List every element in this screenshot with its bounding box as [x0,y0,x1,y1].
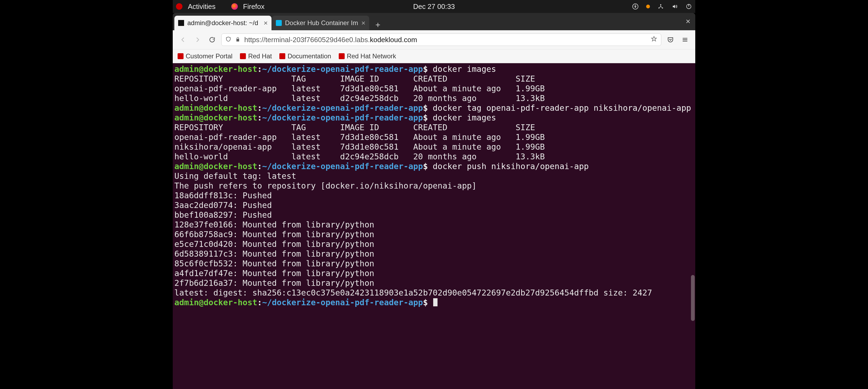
terminal-output-line: e5ce71c0d420: Mounted from library/pytho… [174,239,694,249]
tab-close-icon[interactable]: × [362,19,366,27]
tracking-shield-icon[interactable] [225,36,231,44]
network-icon[interactable] [657,3,664,10]
terminal-line: admin@docker-host:~/dockerize-openai-pdf… [174,64,694,74]
redhat-icon [339,53,345,59]
terminal-scrollbar[interactable] [691,275,695,321]
window-close-icon[interactable]: × [686,17,690,26]
notification-dot-icon[interactable] [646,5,650,8]
terminal-output-line: latest: digest: sha256:c13ec0c375e0a2423… [174,288,694,298]
svg-point-3 [658,7,659,8]
terminal-line: admin@docker-host:~/dockerize-openai-pdf… [174,113,694,123]
terminal-output-line: 6d58389117c3: Mounted from library/pytho… [174,249,694,259]
terminal-output-line: a4fd1e7df47e: Mounted from library/pytho… [174,269,694,278]
gnome-topbar: Activities Firefox Dec 27 00:33 [173,0,695,13]
terminal-favicon-icon [178,20,184,26]
bookmark-documentation[interactable]: Documentation [279,52,331,60]
svg-point-4 [662,7,663,8]
address-bar: https://terminal-203f7660529d46e0.labs.k… [173,30,695,49]
tab-strip: admin@docker-host: ~/d × Docker Hub Cont… [173,13,695,30]
power-icon[interactable] [686,3,692,10]
bookmark-red-hat[interactable]: Red Hat [240,52,272,60]
terminal-output-line: hello-world latest d2c94e258dcb 20 month… [174,93,694,103]
clock[interactable]: Dec 27 00:33 [413,2,455,11]
terminal-line: admin@docker-host:~/dockerize-openai-pdf… [174,103,694,113]
url-field[interactable]: https://terminal-203f7660529d46e0.labs.k… [221,33,661,46]
terminal-output-line: 85c6f0cfb532: Mounted from library/pytho… [174,259,694,269]
tab-terminal[interactable]: admin@docker-host: ~/d × [174,16,272,30]
terminal-output-line: 66f6b8758ac9: Mounted from library/pytho… [174,230,694,239]
tab-title: Docker Hub Container Im [285,19,358,27]
firefox-window: admin@docker-host: ~/d × Docker Hub Cont… [173,13,695,389]
url-text: https://terminal-203f7660529d46e0.labs.k… [244,36,417,44]
redhat-icon [279,53,285,59]
firefox-icon [231,3,238,10]
pocket-button[interactable] [665,34,676,45]
terminal-line: admin@docker-host:~/dockerize-openai-pdf… [174,162,694,171]
tab-title: admin@docker-host: ~/d [187,19,258,27]
terminal-output-line: niksihora/openai-app latest 7d3d1e80c581… [174,142,694,152]
lock-icon [235,36,241,44]
accessibility-icon[interactable] [632,3,639,10]
cursor-icon [433,298,437,306]
redhat-icon [240,53,246,59]
forward-button[interactable] [192,34,203,45]
activities-button[interactable]: Activities [188,2,216,11]
redhat-logo-icon [176,3,182,10]
terminal-output-line: hello-world latest d2c94e258dcb 20 month… [174,152,694,162]
bookmark-star-icon[interactable] [651,36,657,44]
terminal-output-line: 2f7b6d216a37: Mounted from library/pytho… [174,278,694,288]
reload-button[interactable] [207,34,218,45]
bookmark-customer-portal[interactable]: Customer Portal [178,52,232,60]
dockerhub-favicon-icon [276,20,282,26]
terminal-output-line: openai-pdf-reader-app latest 7d3d1e80c58… [174,132,694,142]
new-tab-button[interactable]: + [372,20,383,30]
terminal-output-line: The push refers to repository [docker.io… [174,181,694,191]
terminal-output-line: REPOSITORY TAG IMAGE ID CREATED SIZE [174,74,694,84]
svg-point-2 [660,4,661,5]
app-menu-button[interactable] [680,34,690,45]
terminal-output-line: bbef100a8297: Pushed [174,210,694,220]
active-app-label[interactable]: Firefox [243,2,265,11]
terminal-output-line: 3aac2ded0774: Pushed [174,200,694,210]
terminal-output-line: REPOSITORY TAG IMAGE ID CREATED SIZE [174,123,694,132]
terminal-viewport[interactable]: admin@docker-host:~/dockerize-openai-pdf… [173,63,695,389]
terminal-output-line: 18a6ddff813c: Pushed [174,191,694,200]
tab-close-icon[interactable]: × [264,19,268,27]
redhat-icon [178,53,184,59]
volume-icon[interactable] [672,3,678,10]
terminal-output-line: 128e37fe0166: Mounted from library/pytho… [174,220,694,230]
bookmark-red-hat-network[interactable]: Red Hat Network [339,52,396,60]
tab-dockerhub[interactable]: Docker Hub Container Im × [272,16,369,30]
svg-point-1 [635,5,636,6]
terminal-line: admin@docker-host:~/dockerize-openai-pdf… [174,298,694,307]
terminal-output-line: Using default tag: latest [174,171,694,181]
back-button[interactable] [178,34,188,45]
bookmarks-bar: Customer Portal Red Hat Documentation Re… [173,49,695,63]
terminal-output-line: openai-pdf-reader-app latest 7d3d1e80c58… [174,84,694,93]
